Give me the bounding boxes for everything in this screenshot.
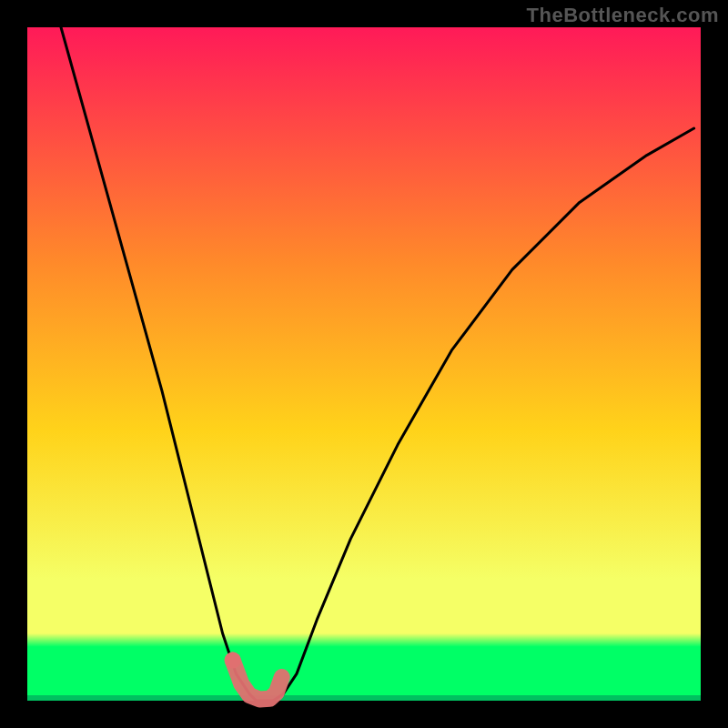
gradient-background <box>27 27 701 701</box>
baseline-band <box>27 695 701 701</box>
bottleneck-chart <box>0 0 728 728</box>
highlight-start-dot <box>225 652 241 669</box>
chart-container: TheBottleneck.com <box>0 0 728 728</box>
